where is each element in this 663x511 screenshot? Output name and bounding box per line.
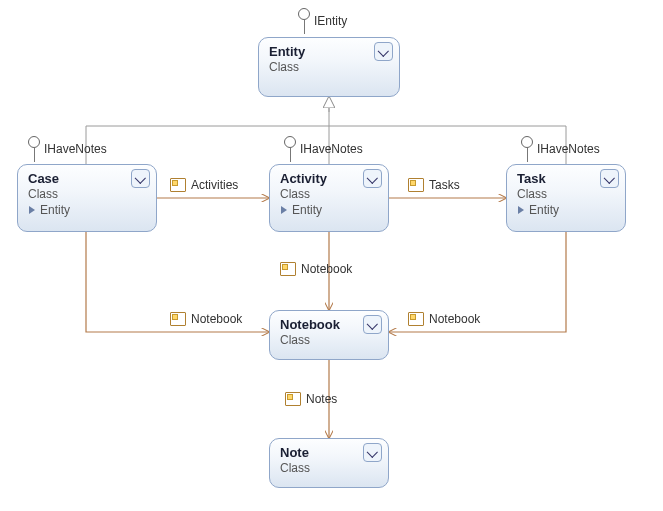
assoc-label: Tasks	[429, 178, 460, 192]
class-task[interactable]: Task Class Entity	[506, 164, 626, 232]
expand-icon[interactable]	[363, 443, 382, 462]
assoc-label: Activities	[191, 178, 238, 192]
expand-icon[interactable]	[131, 169, 150, 188]
assoc-label: Notebook	[301, 262, 352, 276]
interface-label: IHaveNotes	[44, 142, 107, 156]
property-icon	[408, 312, 424, 326]
class-notebook[interactable]: Notebook Class	[269, 310, 389, 360]
class-inherits: Entity	[28, 203, 146, 217]
expand-icon[interactable]	[600, 169, 619, 188]
class-stereotype: Class	[28, 187, 146, 201]
assoc-activities: Activities	[170, 178, 238, 192]
class-note[interactable]: Note Class	[269, 438, 389, 488]
assoc-notebook-activity: Notebook	[280, 262, 352, 276]
property-icon	[280, 262, 296, 276]
class-name: Entity	[269, 44, 389, 59]
assoc-label: Notebook	[191, 312, 242, 326]
interface-lollipop-ihavenotes: IHaveNotes	[284, 136, 363, 162]
expand-icon[interactable]	[363, 315, 382, 334]
interface-label: IHaveNotes	[300, 142, 363, 156]
property-icon	[408, 178, 424, 192]
expand-icon[interactable]	[374, 42, 393, 61]
class-inherits: Entity	[280, 203, 378, 217]
interface-lollipop-ihavenotes: IHaveNotes	[28, 136, 107, 162]
expand-icon[interactable]	[363, 169, 382, 188]
class-stereotype: Class	[269, 60, 389, 74]
interface-label: IEntity	[314, 14, 347, 28]
assoc-label: Notebook	[429, 312, 480, 326]
class-stereotype: Class	[280, 461, 378, 475]
class-entity[interactable]: Entity Class	[258, 37, 400, 97]
assoc-tasks: Tasks	[408, 178, 460, 192]
class-diagram-canvas: Entity Class IEntity Case Class Entity I…	[0, 0, 663, 511]
assoc-notes: Notes	[285, 392, 337, 406]
class-stereotype: Class	[280, 333, 378, 347]
property-icon	[285, 392, 301, 406]
interface-lollipop-ihavenotes: IHaveNotes	[521, 136, 600, 162]
assoc-label: Notes	[306, 392, 337, 406]
class-case[interactable]: Case Class Entity	[17, 164, 157, 232]
class-stereotype: Class	[517, 187, 615, 201]
interface-lollipop-ientity: IEntity	[298, 8, 347, 34]
class-activity[interactable]: Activity Class Entity	[269, 164, 389, 232]
class-inherits: Entity	[517, 203, 615, 217]
class-name: Case	[28, 171, 146, 186]
property-icon	[170, 312, 186, 326]
assoc-notebook-case: Notebook	[170, 312, 242, 326]
interface-label: IHaveNotes	[537, 142, 600, 156]
class-stereotype: Class	[280, 187, 378, 201]
property-icon	[170, 178, 186, 192]
assoc-notebook-task: Notebook	[408, 312, 480, 326]
